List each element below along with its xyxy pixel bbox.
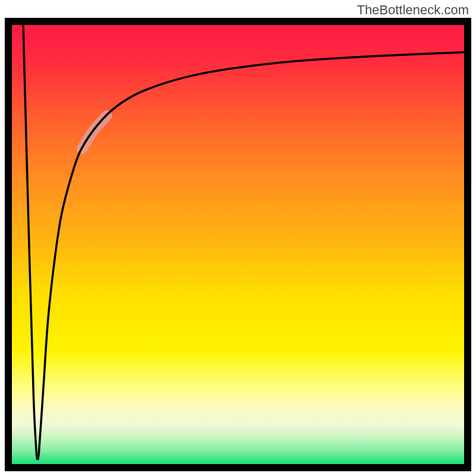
chart-background — [12, 25, 464, 464]
bottleneck-chart — [0, 0, 476, 476]
watermark-label: TheBottleneck.com — [357, 2, 469, 18]
